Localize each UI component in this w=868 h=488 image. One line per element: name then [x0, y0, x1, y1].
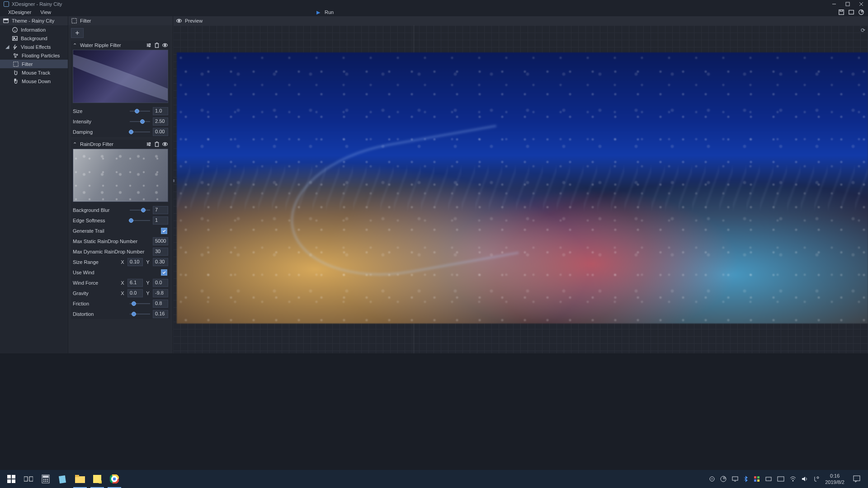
prop-x-size-range[interactable]: 0.10: [127, 258, 143, 266]
prop-label-use-wind: Use Wind: [73, 270, 158, 275]
fullscreen-icon[interactable]: [848, 9, 854, 15]
svg-point-37: [150, 143, 151, 144]
prop-value-damping[interactable]: 0.00: [153, 128, 168, 136]
prop-label-damping: Damping: [73, 129, 127, 135]
prop-value-friction[interactable]: 0.8: [153, 300, 168, 308]
prop-label-edge-softness: Edge Softness: [73, 218, 127, 223]
prop-slider-size[interactable]: [130, 108, 150, 114]
tree-node-label: Floating Particles: [22, 53, 60, 58]
filter-panel-title: Filter: [80, 18, 91, 23]
collapse-icon[interactable]: ⌃: [73, 141, 77, 147]
preview-canvas[interactable]: ⟳: [173, 25, 868, 353]
prop-label-friction: Friction: [73, 301, 127, 306]
filter-delete-icon[interactable]: [154, 42, 160, 48]
prop-value-max-dynamic-raindrop-number[interactable]: 30: [153, 248, 168, 256]
prop-y-size-range[interactable]: 0.30: [153, 258, 168, 266]
prop-label-wind-force: Wind Force: [73, 280, 118, 286]
svg-point-39: [149, 145, 150, 146]
filter-thumbnail: [73, 50, 168, 103]
tree-node-floating-particles[interactable]: Floating Particles: [0, 51, 68, 60]
prop-value-edge-softness[interactable]: 1: [153, 216, 168, 225]
run-label[interactable]: Run: [325, 9, 334, 15]
filter-name: Water Ripple Filter: [80, 42, 143, 48]
tree-node-mouse-track[interactable]: Mouse Track: [0, 68, 68, 77]
svg-rect-19: [14, 61, 19, 66]
x-label: X: [120, 259, 125, 265]
refresh-icon[interactable]: ⟳: [861, 27, 865, 33]
prop-value-size[interactable]: 1.0: [153, 107, 168, 115]
svg-point-18: [15, 56, 16, 57]
tree-node-information[interactable]: Information: [0, 25, 68, 34]
prop-value-intensity[interactable]: 2.50: [153, 117, 168, 126]
filter-settings-icon[interactable]: [146, 141, 152, 147]
filter-delete-icon[interactable]: [154, 141, 160, 147]
tree-node-visual-effects[interactable]: ◢Visual Effects: [0, 42, 68, 51]
filter-panel: Filter + ⌃ Water Ripple Filter Size 1.0I…: [68, 16, 173, 353]
svg-rect-4: [839, 10, 844, 15]
app-logo-icon: [4, 1, 9, 7]
theme-panel-header: Theme - Rainy City: [0, 16, 68, 25]
preview-panel-header: Preview: [173, 16, 868, 25]
info-icon: [12, 27, 18, 33]
prop-value-max-static-raindrop-number[interactable]: 5000: [153, 237, 168, 245]
prop-slider-distortion[interactable]: [130, 311, 150, 317]
theme-panel: Theme - Rainy City InformationBackground…: [0, 16, 68, 353]
svg-rect-22: [72, 19, 77, 23]
prop-label-gravity: Gravity: [73, 291, 118, 296]
tree-node-background[interactable]: Background: [0, 34, 68, 42]
filter-visibility-icon[interactable]: [162, 141, 168, 147]
add-filter-button[interactable]: +: [71, 28, 84, 38]
filter-group-raindrop-filter: ⌃ RainDrop Filter Background Blur 7Edge …: [71, 140, 170, 319]
prop-slider-friction[interactable]: [130, 301, 150, 306]
minimize-button[interactable]: [827, 0, 841, 8]
prop-y-wind-force[interactable]: 0.0: [153, 279, 168, 287]
filter-visibility-icon[interactable]: [162, 42, 168, 48]
prop-x-gravity[interactable]: 0.0: [127, 289, 143, 297]
prop-slider-intensity[interactable]: [130, 119, 150, 124]
filter-name: RainDrop Filter: [80, 141, 143, 147]
prop-checkbox-use-wind[interactable]: [161, 269, 167, 276]
tree-node-mouse-down[interactable]: Mouse Down: [0, 77, 68, 85]
title-bar: XDesigner - Rainy City: [0, 0, 868, 8]
expand-icon[interactable]: ◢: [5, 44, 9, 50]
prop-x-wind-force[interactable]: 6.1: [127, 279, 143, 287]
prop-slider-background-blur[interactable]: [130, 207, 150, 213]
preview-artboard: [177, 52, 868, 324]
svg-point-16: [14, 53, 16, 55]
svg-point-26: [150, 44, 151, 45]
prop-slider-damping[interactable]: [130, 129, 150, 135]
close-button[interactable]: [854, 0, 868, 8]
filter-group-water-ripple-filter: ⌃ Water Ripple Filter Size 1.0Intensity …: [71, 41, 170, 137]
prop-slider-edge-softness[interactable]: [130, 218, 150, 223]
eye-icon: [176, 18, 182, 24]
window-title: XDesigner - Rainy City: [12, 1, 62, 7]
prop-checkbox-generate-trail[interactable]: [161, 228, 167, 234]
mdown-icon: [13, 78, 19, 84]
collapse-icon[interactable]: ⌃: [73, 42, 77, 48]
resize-handle-left[interactable]: [173, 179, 175, 182]
prop-label-max-static-raindrop-number: Max Static RainDrop Number: [73, 239, 150, 244]
tree-node-label: Background: [21, 36, 47, 41]
svg-point-7: [859, 10, 864, 15]
menu-view[interactable]: View: [36, 9, 56, 15]
filter-settings-icon[interactable]: [146, 42, 152, 48]
steam-icon[interactable]: [858, 9, 864, 15]
y-label: Y: [146, 291, 150, 296]
svg-rect-40: [156, 143, 159, 147]
svg-point-28: [149, 46, 150, 47]
svg-point-44: [164, 143, 166, 145]
run-play-icon[interactable]: ▶: [316, 9, 320, 15]
x-label: X: [120, 280, 125, 286]
y-label: Y: [146, 280, 150, 286]
svg-rect-6: [849, 10, 854, 14]
svg-rect-5: [840, 10, 842, 12]
save-icon[interactable]: [838, 9, 844, 15]
prop-value-distortion[interactable]: 0.16: [153, 310, 168, 318]
prop-value-background-blur[interactable]: 7: [153, 206, 168, 214]
prop-label-size: Size: [73, 108, 127, 114]
prop-y-gravity[interactable]: -9.8: [153, 289, 168, 297]
svg-rect-1: [846, 2, 849, 6]
tree-node-filter[interactable]: Filter: [0, 60, 68, 68]
menu-xdesigner[interactable]: XDesigner: [4, 9, 36, 15]
maximize-button[interactable]: [841, 0, 854, 8]
